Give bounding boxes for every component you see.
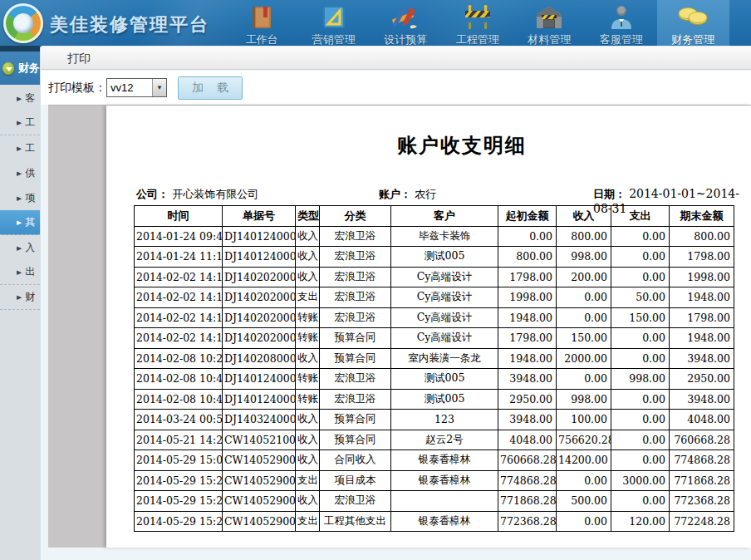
table-cell: 1798.00 bbox=[670, 247, 734, 268]
drafting-icon bbox=[317, 2, 351, 32]
table-cell: 银泰香樟林 bbox=[391, 450, 498, 471]
nav-item-finance[interactable]: 财务管理 bbox=[657, 0, 729, 47]
column-header: 起初金额 bbox=[498, 206, 557, 227]
report-title: 账户收支明细 bbox=[106, 132, 751, 159]
table-row: 2014-02-02 14:17DJ1402020001转账预算合同Cy高端设计… bbox=[135, 328, 734, 349]
table-cell: 772248.28 bbox=[670, 511, 734, 532]
column-header: 期末金额 bbox=[670, 206, 734, 227]
sidebar-item-7[interactable]: ▶出 bbox=[0, 260, 40, 285]
template-select[interactable]: vv12 ▼ bbox=[106, 78, 167, 97]
table-cell: 0.00 bbox=[611, 247, 670, 268]
sidebar-header[interactable]: 财务 bbox=[0, 52, 40, 85]
sidebar-item-5[interactable]: ▶其 bbox=[0, 210, 40, 235]
report-table-body: 2014-01-24 09:44DJ1401240002收入宏浪卫浴毕兹卡装饰0… bbox=[135, 226, 734, 532]
table-cell: 3948.00 bbox=[498, 369, 557, 390]
column-header: 时间 bbox=[135, 206, 223, 227]
table-cell: DJ1401240007 bbox=[223, 247, 296, 268]
table-cell: CW1405210001 bbox=[223, 430, 296, 450]
table-cell: CW1405290002 bbox=[223, 450, 296, 471]
sidebar-item-2[interactable]: ▶工 bbox=[0, 135, 40, 160]
table-cell: 0.00 bbox=[611, 226, 670, 247]
table-cell: 14200.00 bbox=[557, 450, 611, 471]
table-cell: 宏浪卫浴 bbox=[320, 267, 391, 287]
load-button[interactable]: 加 载 bbox=[178, 76, 243, 100]
nav-item-project[interactable]: 工程管理 bbox=[442, 0, 514, 47]
table-cell: 收入 bbox=[296, 491, 320, 512]
nav-item-material[interactable]: 材料管理 bbox=[513, 0, 586, 47]
table-cell: 2014-05-29 15:24 bbox=[135, 511, 223, 532]
table-cell: 2950.00 bbox=[498, 389, 557, 410]
table-cell: 测试005 bbox=[391, 247, 498, 268]
template-select-value: vv12 bbox=[107, 81, 152, 94]
report-table-head: 时间单据号类型分类客户起初金额收入支出期末金额 bbox=[135, 206, 734, 227]
table-cell: 宏浪卫浴 bbox=[320, 287, 391, 308]
sidebar-item-0[interactable]: ▶客 bbox=[0, 86, 40, 111]
arrow-right-icon: ▶ bbox=[17, 268, 22, 275]
table-row: 2014-02-08 10:43DJ1401240007转账宏浪卫浴测试0053… bbox=[135, 369, 734, 390]
table-cell: 毕兹卡装饰 bbox=[391, 226, 498, 247]
arrow-right-icon: ▶ bbox=[17, 219, 22, 225]
table-cell: CW1405290004 bbox=[223, 491, 296, 512]
nav-item-stats[interactable]: 统 bbox=[729, 0, 751, 47]
tab-print[interactable]: 打印 bbox=[67, 47, 91, 70]
sidebar-item-4[interactable]: ▶项 bbox=[0, 185, 40, 210]
table-cell: 转账 bbox=[296, 369, 320, 390]
table-cell: 赵云2号 bbox=[391, 430, 498, 450]
table-cell: 2014-02-02 14:17 bbox=[135, 307, 223, 328]
table-cell: 支出 bbox=[296, 287, 320, 308]
table-cell: 预算合同 bbox=[320, 430, 391, 450]
table-cell: 0.00 bbox=[557, 287, 611, 308]
table-cell: 0.00 bbox=[557, 369, 611, 390]
sidebar-item-label: 工 bbox=[25, 115, 35, 130]
table-cell bbox=[391, 491, 498, 512]
table-cell: CW1405290003 bbox=[223, 470, 296, 491]
table-cell: DJ1402020001 bbox=[223, 307, 296, 328]
table-cell: 宏浪卫浴 bbox=[320, 369, 391, 390]
arrow-right-icon: ▶ bbox=[17, 169, 22, 176]
nav-item-design[interactable]: 设计预算 bbox=[370, 0, 442, 47]
table-cell: 772368.28 bbox=[498, 511, 557, 532]
arrow-right-icon: ▶ bbox=[17, 244, 22, 251]
table-cell: 4048.00 bbox=[498, 430, 557, 450]
table-cell: 银泰香樟林 bbox=[391, 470, 498, 491]
sidebar-item-6[interactable]: ▶入 bbox=[0, 235, 40, 260]
table-cell: 0.00 bbox=[611, 328, 670, 349]
table-cell: 1998.00 bbox=[498, 287, 557, 308]
arrow-right-icon: ▶ bbox=[17, 145, 22, 151]
nav-item-service[interactable]: 客服管理 bbox=[586, 0, 658, 47]
sidebar-item-3[interactable]: ▶供 bbox=[0, 160, 40, 185]
table-row: 2014-02-08 10:43DJ1401240007转账宏浪卫浴测试0052… bbox=[135, 389, 734, 410]
table-cell: DJ1403240001 bbox=[223, 410, 296, 430]
sidebar-top-edge bbox=[0, 46, 40, 52]
table-cell: 800.00 bbox=[498, 247, 557, 268]
table-cell: 200.00 bbox=[557, 267, 611, 287]
chevron-down-icon[interactable]: ▼ bbox=[152, 79, 166, 96]
collapse-arrow-icon[interactable] bbox=[2, 62, 14, 75]
table-row: 2014-01-24 09:44DJ1401240002收入宏浪卫浴毕兹卡装饰0… bbox=[135, 226, 734, 247]
table-cell: 1948.00 bbox=[498, 307, 557, 328]
header-row: 时间单据号类型分类客户起初金额收入支出期末金额 bbox=[135, 206, 734, 227]
design-icon bbox=[389, 2, 422, 32]
table-cell: 2014-02-02 14:13 bbox=[135, 267, 223, 287]
column-header: 单据号 bbox=[223, 206, 296, 227]
table-cell: 支出 bbox=[296, 511, 320, 532]
sidebar-item-1[interactable]: ▶工 bbox=[0, 111, 40, 135]
table-cell: 0.00 bbox=[611, 410, 670, 430]
nav-item-workbench[interactable]: 工作台 bbox=[226, 0, 298, 47]
table-cell: 2014-03-24 00:58 bbox=[135, 410, 223, 430]
main-panel: 打印 打印模板： vv12 ▼ 加 载 账户收支明细 公司： 开心装饰有限公司 … bbox=[40, 46, 751, 560]
sidebar-item-label: 工 bbox=[25, 141, 35, 155]
table-cell: 转账 bbox=[296, 307, 320, 328]
table-cell: DJ1402020001 bbox=[223, 267, 296, 287]
sidebar-item-8[interactable]: ▶财 bbox=[0, 285, 40, 310]
print-toolbar: 打印模板： vv12 ▼ 加 载 bbox=[41, 71, 751, 105]
table-cell: 2014-02-08 10:43 bbox=[135, 369, 223, 390]
table-cell: 1798.00 bbox=[498, 267, 557, 287]
table-cell: 2014-02-08 10:26 bbox=[135, 348, 223, 369]
table-cell: 收入 bbox=[296, 348, 320, 369]
table-cell: 2014-05-29 15:07 bbox=[135, 450, 223, 471]
table-cell: 772368.28 bbox=[670, 491, 734, 512]
nav-item-marketing[interactable]: 营销管理 bbox=[298, 0, 371, 47]
panel-tab-bar: 打印 bbox=[41, 47, 751, 70]
table-row: 2014-05-29 15:24CW1405290005支出工程其他支出银泰香樟… bbox=[135, 511, 734, 532]
